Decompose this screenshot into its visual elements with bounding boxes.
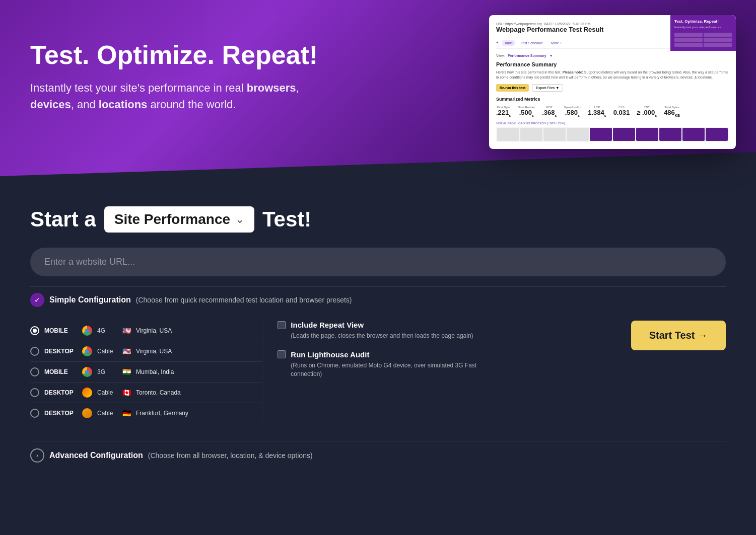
chrome-icon-0	[82, 326, 92, 336]
screenshot-url: URL: https://webpagetest.org DATE: 1/25/…	[496, 22, 603, 26]
simple-config-subtitle: (Choose from quick recommended test loca…	[136, 296, 352, 304]
url-input[interactable]	[30, 248, 726, 276]
lighthouse-checkbox[interactable]	[278, 350, 286, 358]
location-row-1[interactable]: DESKTOP Cable 🇺🇸 Virginia, USA	[30, 341, 262, 362]
mini-table	[674, 33, 732, 47]
option-repeat-view-header: Include Repeat View	[278, 321, 478, 329]
location-name-0: Virginia, USA	[136, 327, 172, 334]
start-test-column: Start Test →	[494, 321, 726, 423]
hero-subtitle-end: around the world.	[147, 98, 236, 111]
rerun-test-button[interactable]: Re-run this test	[496, 84, 529, 92]
view-label: View:	[496, 54, 505, 57]
connection-1: Cable	[97, 348, 117, 355]
metric-first-byte: First Byte .221s	[496, 106, 511, 117]
advanced-config-header[interactable]: › Advanced Configuration (Choose from al…	[30, 441, 726, 470]
metric-start-render: Start Render .500s	[518, 106, 535, 117]
connection-0: 4G	[97, 327, 117, 334]
url-input-container	[30, 248, 726, 276]
location-row-2[interactable]: MOBILE 3G 🇮🇳 Mumbai, India	[30, 362, 262, 383]
chrome-icon-1	[82, 346, 92, 356]
screenshot-tab-table[interactable]: Table	[502, 40, 515, 46]
firefox-icon-3	[82, 388, 92, 398]
test-suffix: Test!	[262, 207, 311, 232]
screenshot-perf-summary-title: Performance Summary	[496, 61, 729, 67]
chevron-down-icon: ⌄	[235, 213, 244, 226]
metric-lcp: LCP 1.384s	[588, 106, 606, 117]
hero-subtitle: Instantly test your site's performance i…	[30, 80, 332, 113]
advanced-config-title: Advanced Configuration	[49, 451, 143, 460]
chrome-icon-2	[82, 367, 92, 377]
options-column: Include Repeat View (Loads the page, clo…	[262, 321, 494, 423]
connection-4: Cable	[97, 410, 117, 417]
start-a-label: Start a	[30, 207, 96, 232]
lighthouse-title: Run Lighthouse Audit	[291, 350, 369, 359]
metrics-row: First Byte .221s Start Render .500s FCP …	[496, 106, 729, 117]
test-type-text: Site Performance	[114, 211, 230, 227]
location-options: MOBILE 4G 🇺🇸 Virginia, USA DESKTOP Cable…	[30, 321, 262, 423]
radio-desktop-frankfurt-cable[interactable]	[30, 409, 39, 418]
metric-fcp: FCP .368s	[542, 106, 557, 117]
flag-0: 🇺🇸	[122, 327, 131, 335]
simple-config-section: ✓ Simple Configuration (Choose from quic…	[30, 286, 726, 431]
hero-bold-devices: devices	[30, 98, 71, 111]
mini-card: Test. Optimize. Repeat! Instantly test y…	[670, 15, 736, 51]
lighthouse-desc: (Runs on Chrome, emulated Moto G4 device…	[278, 361, 478, 378]
mini-title: Test. Optimize. Repeat!	[674, 19, 732, 24]
advanced-config-toggle-icon: ›	[30, 448, 44, 463]
device-label-3: DESKTOP	[44, 389, 77, 396]
hero-mid1: ,	[296, 82, 299, 94]
hero-bold-locations: locations	[99, 98, 148, 111]
radio-mobile-mumbai-3g[interactable]	[30, 367, 39, 376]
location-name-1: Virginia, USA	[136, 348, 172, 355]
option-repeat-view: Include Repeat View (Loads the page, clo…	[278, 321, 478, 340]
view-selected: Performance Summary	[508, 54, 546, 57]
metrics-label: Summarized Metrics	[496, 97, 729, 102]
radio-desktop-virginia-cable[interactable]	[30, 347, 39, 356]
metric-cls: CLS 0.031	[613, 106, 630, 117]
metric-total-bytes: Total Bytes 486KB	[664, 106, 680, 117]
export-files-button[interactable]: Export Files ▼	[532, 84, 563, 92]
start-test-button[interactable]: Start Test →	[631, 321, 726, 350]
repeat-view-desc: (Loads the page, closes the browser and …	[278, 332, 478, 340]
simple-config-title: Simple Configuration	[49, 295, 131, 304]
screenshot-tab-more[interactable]: More +	[549, 40, 564, 46]
location-row-3[interactable]: DESKTOP Cable 🇨🇦 Toronto, Canada	[30, 383, 262, 403]
hero-section: Test. Optimize. Repeat! Instantly test y…	[0, 0, 756, 191]
metric-speed-index: Speed Index .580s	[564, 106, 581, 117]
radio-desktop-toronto-cable[interactable]	[30, 388, 39, 397]
flag-3: 🇨🇦	[122, 389, 131, 397]
browser-icon-4	[82, 408, 92, 418]
location-name-2: Mumbai, India	[136, 368, 174, 375]
hero-bold-browsers: browsers	[247, 82, 296, 94]
mini-subtitle: Instantly test your site performance	[674, 26, 732, 30]
option-lighthouse-header: Run Lighthouse Audit	[278, 350, 478, 359]
advanced-config-subtitle: (Choose from all browser, location, & de…	[148, 451, 313, 460]
test-type-dropdown[interactable]: Site Performance ⌄	[104, 206, 254, 233]
location-row-0[interactable]: MOBILE 4G 🇺🇸 Virginia, USA	[30, 321, 262, 341]
simple-config-toggle-icon: ✓	[30, 293, 44, 307]
hero-subtitle-start: Instantly test your site's performance i…	[30, 82, 247, 94]
repeat-view-title: Include Repeat View	[291, 321, 364, 329]
location-name-4: Frankfurt, Germany	[136, 410, 188, 417]
device-label-2: MOBILE	[44, 368, 77, 375]
device-label-1: DESKTOP	[44, 348, 77, 355]
hero-text-block: Test. Optimize. Repeat! Instantly test y…	[30, 30, 332, 113]
flag-1: 🇺🇸	[122, 347, 131, 355]
test-selector-row: Start a Site Performance ⌄ Test!	[30, 191, 726, 233]
device-label-0: MOBILE	[44, 327, 77, 334]
location-row-4[interactable]: DESKTOP Cable 🇩🇪 Frankfurt, Germany	[30, 403, 262, 423]
config-grid: MOBILE 4G 🇺🇸 Virginia, USA DESKTOP Cable…	[30, 313, 726, 431]
metric-tbt: TBT ≥ .000s	[637, 106, 657, 117]
main-content: Start a Site Performance ⌄ Test! ✓ Simpl…	[0, 191, 756, 470]
radio-mobile-virginia-4g[interactable]	[30, 326, 39, 335]
flag-4: 🇩🇪	[122, 409, 131, 417]
hero-mid2: , and	[71, 98, 99, 111]
repeat-view-checkbox[interactable]	[278, 321, 286, 329]
simple-config-header[interactable]: ✓ Simple Configuration (Choose from quic…	[30, 286, 726, 313]
screenshot-tab-schedule[interactable]: Test Schedule	[519, 40, 545, 46]
filmstrip	[496, 127, 729, 142]
hero-title: Test. Optimize. Repeat!	[30, 40, 332, 70]
option-lighthouse: Run Lighthouse Audit (Runs on Chrome, em…	[278, 350, 478, 378]
screenshot-card: URL: https://webpagetest.org DATE: 1/25/…	[489, 15, 736, 149]
connection-2: 3G	[97, 368, 117, 375]
